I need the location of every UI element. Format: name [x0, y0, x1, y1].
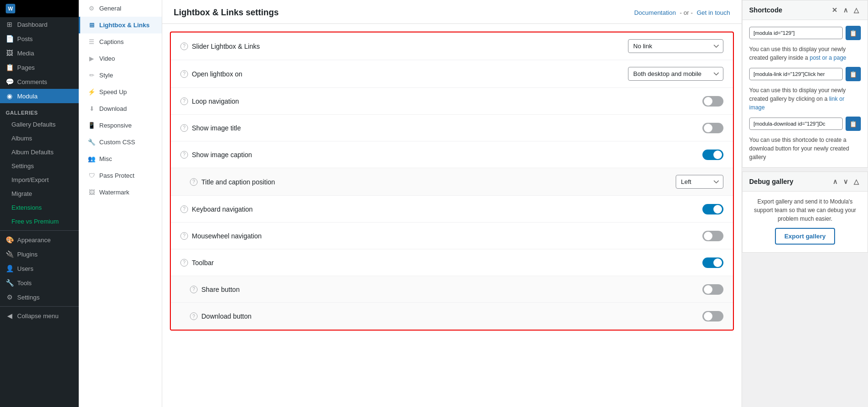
minimize-icon[interactable]: ✕	[830, 5, 839, 15]
shortcode-input-1[interactable]	[749, 27, 843, 39]
sub-sidebar-item-label: Custom CSS	[99, 139, 135, 146]
collapse-up-icon[interactable]: ∧	[841, 5, 850, 15]
help-icon-open-lightbox[interactable]: ?	[180, 70, 188, 78]
help-icon-download-button[interactable]: ?	[190, 312, 198, 320]
sub-sidebar-item-speed-up[interactable]: ⚡ Speed Up	[79, 84, 162, 100]
show-image-caption-toggle[interactable]	[702, 150, 723, 160]
sidebar-item-free-vs-premium[interactable]: Free vs Premium	[0, 214, 79, 228]
debug-expand-icon[interactable]: △	[852, 177, 861, 186]
label-text: Keyboard navigation	[192, 205, 253, 213]
sidebar-item-users[interactable]: 👤 Users	[0, 261, 79, 276]
sidebar-item-pages[interactable]: 📋 Pages	[0, 60, 79, 75]
label-text: Download button	[201, 312, 251, 320]
sidebar-item-migrate[interactable]: Migrate	[0, 187, 79, 201]
download-button-toggle[interactable]	[702, 311, 723, 321]
sub-sidebar-item-captions[interactable]: ☰ Captions	[79, 33, 162, 50]
sidebar-item-albums[interactable]: Albums	[0, 131, 79, 145]
mousewheel-navigation-toggle[interactable]	[702, 231, 723, 241]
responsive-icon: 📱	[88, 122, 95, 129]
export-gallery-button[interactable]: Export gallery	[775, 228, 836, 245]
sidebar-item-label: Appearance	[17, 236, 51, 244]
loop-navigation-toggle[interactable]	[702, 96, 723, 107]
copy-button-1[interactable]: 📋	[846, 26, 861, 40]
keyboard-navigation-toggle[interactable]	[702, 204, 723, 214]
link-or-image-link[interactable]: link or image	[749, 96, 844, 111]
collapse-icon: ◀	[6, 312, 13, 320]
label-text: Toolbar	[192, 259, 214, 267]
sidebar-item-modula[interactable]: ◉ Modula	[0, 89, 79, 103]
label-text: Share button	[201, 286, 240, 293]
sidebar-item-appearance[interactable]: 🎨 Appearance	[0, 233, 79, 247]
label-text: Open lightbox on	[192, 70, 242, 78]
sub-sidebar-item-responsive[interactable]: 📱 Responsive	[79, 117, 162, 134]
sub-sidebar-item-lightbox[interactable]: ⊞ Lightbox & Links	[79, 17, 162, 33]
label-text: Slider Lightbox & Links	[192, 43, 260, 50]
sub-sidebar-item-label: Speed Up	[99, 88, 127, 96]
sidebar-item-dashboard[interactable]: ⊞ Dashboard	[0, 17, 79, 32]
setting-label-share-button: ? Share button	[190, 286, 702, 293]
open-lightbox-select[interactable]: Both desktop and mobile Desktop only Mob…	[628, 67, 723, 81]
sub-sidebar-item-general[interactable]: ⚙ General	[79, 0, 162, 17]
shortcode-desc-2: You can use this to display your newly c…	[749, 86, 861, 112]
shortcode-title: Shortcode	[749, 6, 782, 14]
help-icon-show-image-caption[interactable]: ?	[180, 151, 188, 159]
show-image-title-toggle[interactable]	[702, 123, 723, 133]
help-icon-show-image-title[interactable]: ?	[180, 124, 188, 132]
expand-icon[interactable]: △	[852, 5, 861, 15]
sidebar-item-collapse[interactable]: ◀ Collapse menu	[0, 309, 79, 323]
sub-sidebar-item-misc[interactable]: 👥 Misc	[79, 150, 162, 167]
settings-icon: ⚙	[6, 293, 13, 301]
sidebar-item-comments[interactable]: 💬 Comments	[0, 75, 79, 89]
sidebar-item-posts[interactable]: 📄 Posts	[0, 32, 79, 46]
post-or-page-link[interactable]: post or a page	[810, 54, 847, 61]
documentation-link[interactable]: Documentation	[634, 9, 676, 16]
help-icon-keyboard-navigation[interactable]: ?	[180, 205, 188, 213]
share-button-toggle[interactable]	[702, 284, 723, 295]
sub-sidebar-item-download[interactable]: ⬇ Download	[79, 100, 162, 117]
sub-sidebar-item-pass-protect[interactable]: 🛡 Pass Protect	[79, 167, 162, 184]
sidebar-item-settings[interactable]: Settings	[0, 159, 79, 173]
shortcode-header-actions: ✕ ∧ △	[830, 5, 861, 15]
pages-icon: 📋	[6, 64, 13, 71]
slider-lightbox-select[interactable]: No link Link to page Link to media file …	[628, 39, 723, 53]
sidebar-item-media[interactable]: 🖼 Media	[0, 46, 79, 60]
sub-sidebar-item-watermark[interactable]: 🖼 Watermark	[79, 184, 162, 201]
sidebar-item-settings2[interactable]: ⚙ Settings	[0, 290, 79, 304]
toolbar-toggle[interactable]	[702, 257, 723, 268]
copy-button-3[interactable]: 📋	[846, 117, 861, 131]
title-caption-position-select[interactable]: Left Center Right	[676, 175, 723, 189]
sidebar-item-label: Users	[17, 265, 33, 272]
toggle-knob	[713, 150, 722, 159]
sidebar-item-import-export[interactable]: Import/Export	[0, 173, 79, 187]
shortcode-input-2[interactable]	[749, 68, 843, 80]
help-icon-loop-navigation[interactable]: ?	[180, 97, 188, 105]
help-icon-share-button[interactable]: ?	[190, 286, 198, 293]
help-icon-title-caption-position[interactable]: ?	[190, 178, 198, 186]
copy-button-2[interactable]: 📋	[846, 67, 861, 81]
debug-collapse-down-icon[interactable]: ∨	[841, 177, 850, 186]
shortcode-input-3[interactable]	[749, 118, 843, 130]
sidebar-item-gallery-defaults[interactable]: Gallery Defaults	[0, 118, 79, 131]
shortcode-row-3: 📋	[749, 117, 861, 131]
speed-up-icon: ⚡	[88, 88, 95, 96]
sub-sidebar-item-video[interactable]: ▶ Video	[79, 50, 162, 67]
users-icon: 👤	[6, 265, 13, 272]
sub-sidebar-item-custom-css[interactable]: 🔧 Custom CSS	[79, 134, 162, 150]
setting-label-loop-navigation: ? Loop navigation	[180, 97, 702, 105]
setting-control-open-lightbox: Both desktop and mobile Desktop only Mob…	[628, 67, 723, 81]
setting-row-mousewheel-navigation: ? Mousewheel navigation	[171, 223, 733, 249]
setting-row-show-image-title: ? Show image title	[171, 115, 733, 141]
get-in-touch-link[interactable]: Get in touch	[697, 9, 730, 16]
setting-label-toolbar: ? Toolbar	[180, 259, 702, 267]
sub-sidebar-item-label: General	[99, 5, 121, 12]
sidebar-item-album-defaults[interactable]: Album Defaults	[0, 145, 79, 159]
debug-collapse-up-icon[interactable]: ∧	[831, 177, 839, 186]
help-icon-mousewheel-navigation[interactable]: ?	[180, 232, 188, 240]
help-icon-toolbar[interactable]: ?	[180, 259, 188, 267]
general-icon: ⚙	[88, 5, 95, 12]
sub-sidebar-item-style[interactable]: ✏ Style	[79, 67, 162, 84]
help-icon-slider-lightbox[interactable]: ?	[180, 43, 188, 50]
sidebar-item-extensions[interactable]: Extensions	[0, 201, 79, 214]
sidebar-item-tools[interactable]: 🔧 Tools	[0, 276, 79, 290]
sidebar-item-plugins[interactable]: 🔌 Plugins	[0, 247, 79, 261]
